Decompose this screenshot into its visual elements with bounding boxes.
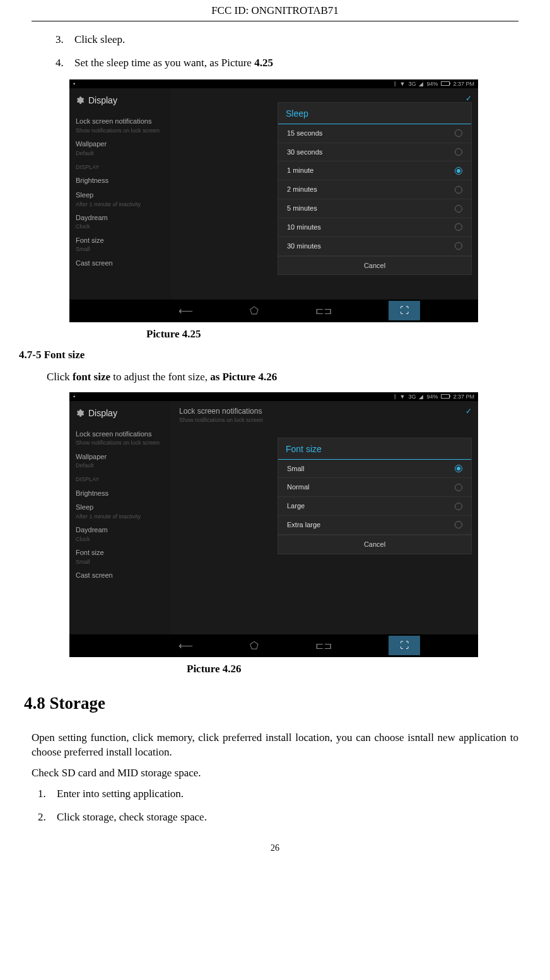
status-bar: • ᛒ ▼ 3G ◢ 94% 2:37 PM: [69, 79, 478, 88]
sidebar-section-header: DISPLAY: [69, 158, 170, 172]
signal-icon: 3G: [408, 80, 416, 88]
sidebar-item-wallpaper[interactable]: Wallpaper Default: [69, 136, 170, 158]
sidebar-item-brightness[interactable]: Brightness: [69, 172, 170, 187]
radio-icon[interactable]: [455, 521, 462, 528]
radio-icon[interactable]: [455, 223, 462, 231]
cancel-button[interactable]: Cancel: [278, 256, 471, 275]
dialog-title: Font size: [278, 438, 471, 460]
check-icon[interactable]: ✓: [465, 406, 472, 416]
radio-icon[interactable]: [455, 242, 462, 250]
radio-icon[interactable]: [455, 167, 462, 175]
sidebar-item-fontsize[interactable]: Font size Small: [69, 544, 170, 567]
sleep-option[interactable]: 15 seconds: [278, 124, 471, 143]
sidebar-item-label: Daydream: [76, 213, 164, 223]
step-number: 3.: [56, 33, 67, 47]
option-label: Large: [287, 501, 305, 511]
option-label: Small: [287, 464, 305, 474]
dialog-title: Sleep: [278, 103, 471, 124]
sidebar-item-wallpaper[interactable]: Wallpaper Default: [69, 448, 170, 471]
back-icon[interactable]: ⟵: [178, 639, 193, 653]
radio-icon[interactable]: [455, 484, 462, 491]
radio-icon[interactable]: [455, 465, 462, 472]
storage-step-2: 2. Click storage, check storage space.: [38, 810, 518, 825]
home-icon[interactable]: ⬠: [250, 304, 259, 318]
settings-sidebar: Display Lock screen notifications Show n…: [69, 88, 170, 300]
text-bold-span: as Picture 4.26: [210, 371, 277, 383]
recent-icon[interactable]: ⊏⊐: [315, 639, 332, 653]
option-label: 30 minutes: [287, 242, 321, 251]
storage-para-1: Open setting function, click memory, cli…: [32, 731, 518, 760]
sidebar-item-cast[interactable]: Cast screen: [69, 255, 170, 269]
screenshot-icon[interactable]: ⛶: [389, 301, 420, 320]
radio-icon[interactable]: [455, 186, 462, 194]
back-icon[interactable]: ⟵: [178, 304, 193, 318]
sidebar-item-label: Cast screen: [76, 259, 164, 268]
sidebar-item-lock[interactable]: Lock screen notifications Show notificat…: [69, 426, 170, 448]
font-option[interactable]: Small: [278, 460, 471, 479]
font-option[interactable]: Normal: [278, 478, 471, 497]
sidebar-item-sleep[interactable]: Sleep After 1 minute of inactivity: [69, 187, 170, 209]
cancel-button[interactable]: Cancel: [278, 535, 471, 554]
sidebar-item-cast[interactable]: Cast screen: [69, 567, 170, 581]
option-label: Normal: [287, 482, 309, 492]
picture-caption-1: Picture 4.25: [32, 327, 518, 342]
sleep-option[interactable]: 2 minutes: [278, 180, 471, 199]
font-dialog: Font size SmallNormalLargeExtra large Ca…: [278, 438, 472, 554]
font-option[interactable]: Extra large: [278, 516, 471, 535]
settings-title-text: Display: [88, 95, 117, 107]
sidebar-item-sub: Clock: [76, 535, 164, 543]
sleep-option[interactable]: 10 minutes: [278, 218, 471, 237]
sidebar-item-lock[interactable]: Lock screen notifications Show notificat…: [69, 113, 170, 136]
sidebar-item-daydream[interactable]: Daydream Clock: [69, 209, 170, 232]
sidebar-item-label: Sleep: [76, 503, 164, 512]
option-label: 1 minute: [287, 166, 313, 175]
sidebar-item-sub: Show notifications on lock screen: [76, 439, 164, 446]
screenshot-icon[interactable]: ⛶: [389, 636, 420, 655]
sidebar-item-fontsize[interactable]: Font size Small: [69, 232, 170, 255]
status-left: •: [73, 393, 75, 400]
step-text: Set the sleep time as you want, as Pictu…: [74, 56, 273, 71]
storage-step-1: 1. Enter into setting application.: [38, 787, 518, 802]
section-font-text: Click font size to adjust the font size,…: [47, 370, 518, 385]
status-time: 2:37 PM: [453, 80, 474, 88]
sleep-dialog: Sleep 15 seconds30 seconds1 minute2 minu…: [278, 102, 472, 276]
picture-caption-2: Picture 4.26: [32, 662, 518, 677]
recent-icon[interactable]: ⊏⊐: [315, 304, 332, 318]
step-number: 1.: [38, 787, 49, 802]
step-text: Click storage, check storage space.: [57, 810, 207, 825]
sidebar-item-sub: Default: [76, 462, 164, 469]
option-label: 10 minutes: [287, 223, 321, 232]
bluetooth-icon: ᛒ: [394, 393, 397, 400]
font-option[interactable]: Large: [278, 497, 471, 516]
radio-icon[interactable]: [455, 503, 462, 510]
status-time: 2:37 PM: [453, 393, 474, 400]
sidebar-item-daydream[interactable]: Daydream Clock: [69, 522, 170, 544]
sidebar-item-brightness[interactable]: Brightness: [69, 485, 170, 499]
sleep-option[interactable]: 5 minutes: [278, 199, 471, 218]
step-number: 4.: [56, 56, 67, 71]
sidebar-section-header: DISPLAY: [69, 470, 170, 484]
sidebar-item-label: Font size: [76, 236, 164, 245]
settings-title: Display: [69, 92, 170, 113]
step-text: Enter into setting application.: [57, 787, 184, 802]
page-number: 26: [32, 843, 518, 855]
option-label: 15 seconds: [287, 129, 322, 138]
storage-para-2: Check SD card and MID storage space.: [32, 766, 518, 781]
sleep-option[interactable]: 1 minute: [278, 161, 471, 180]
home-icon[interactable]: ⬠: [250, 639, 259, 653]
step-4: 4. Set the sleep time as you want, as Pi…: [56, 56, 518, 71]
sidebar-item-sub: Small: [76, 245, 164, 253]
radio-icon[interactable]: [455, 129, 462, 137]
sidebar-item-sub: Default: [76, 149, 164, 157]
radio-icon[interactable]: [455, 148, 462, 156]
settings-title-text: Display: [88, 407, 117, 419]
nav-bar: ⟵ ⬠ ⊏⊐ ⛶: [69, 300, 478, 322]
radio-icon[interactable]: [455, 205, 462, 213]
sleep-option[interactable]: 30 minutes: [278, 237, 471, 256]
lock-row-label: Lock screen notifications: [179, 406, 472, 416]
sleep-option[interactable]: 30 seconds: [278, 143, 471, 162]
battery-icon: [441, 81, 450, 86]
screenshot-font: • ᛒ ▼ 3G ◢ 94% 2:37 PM Display: [69, 392, 478, 657]
text-bold-span: font size: [73, 371, 110, 383]
sidebar-item-sleep[interactable]: Sleep After 1 minute of inactivity: [69, 499, 170, 522]
